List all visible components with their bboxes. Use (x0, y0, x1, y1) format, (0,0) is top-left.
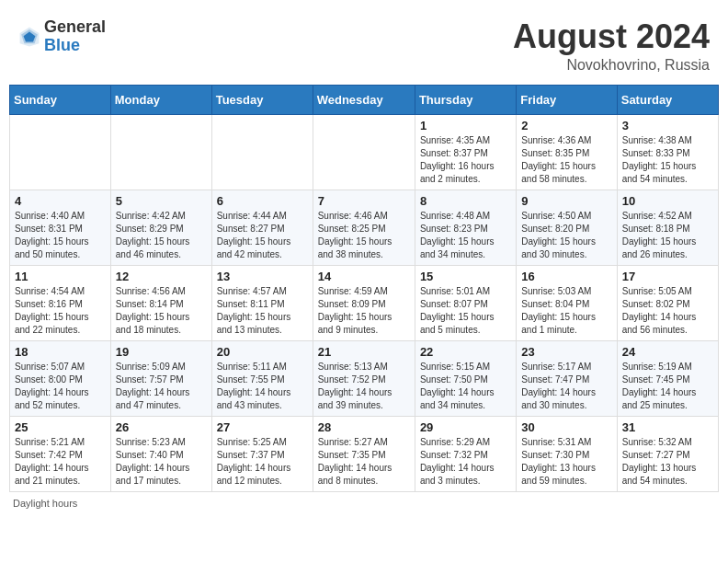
day-number: 24 (622, 345, 713, 359)
day-info: Sunrise: 4:56 AM Sunset: 8:14 PM Dayligh… (116, 285, 207, 337)
day-number: 18 (15, 345, 106, 359)
logo-general: General (44, 18, 106, 37)
day-info: Sunrise: 4:40 AM Sunset: 8:31 PM Dayligh… (15, 210, 106, 261)
day-number: 17 (622, 270, 713, 283)
calendar-week-row: 25Sunrise: 5:21 AM Sunset: 7:42 PM Dayli… (10, 416, 719, 491)
day-of-week-header: Saturday (617, 85, 718, 114)
calendar-day-cell: 21Sunrise: 5:13 AM Sunset: 7:52 PM Dayli… (313, 340, 415, 416)
day-number: 21 (318, 345, 410, 359)
calendar-day-cell: 2Sunrise: 4:36 AM Sunset: 8:35 PM Daylig… (517, 114, 617, 190)
day-number: 30 (521, 420, 611, 434)
day-number: 27 (217, 420, 308, 434)
day-number: 16 (521, 270, 611, 283)
calendar-day-cell: 18Sunrise: 5:07 AM Sunset: 8:00 PM Dayli… (10, 340, 111, 416)
day-of-week-header: Thursday (415, 85, 516, 114)
day-info: Sunrise: 5:01 AM Sunset: 8:07 PM Dayligh… (420, 285, 511, 337)
day-of-week-header: Monday (110, 85, 211, 114)
day-of-week-header: Sunday (10, 85, 111, 114)
day-info: Sunrise: 5:09 AM Sunset: 7:57 PM Dayligh… (116, 361, 207, 412)
calendar-day-cell (110, 114, 211, 190)
calendar-week-row: 4Sunrise: 4:40 AM Sunset: 8:31 PM Daylig… (10, 190, 719, 265)
calendar-day-cell (10, 114, 111, 190)
header: General Blue August 2024 Novokhovrino, R… (9, 9, 719, 81)
day-info: Sunrise: 5:15 AM Sunset: 7:50 PM Dayligh… (420, 361, 511, 412)
day-info: Sunrise: 5:25 AM Sunset: 7:37 PM Dayligh… (217, 436, 308, 488)
day-info: Sunrise: 5:05 AM Sunset: 8:02 PM Dayligh… (622, 285, 713, 337)
day-number: 8 (420, 194, 511, 208)
day-info: Sunrise: 4:57 AM Sunset: 8:11 PM Dayligh… (217, 285, 308, 337)
day-info: Sunrise: 4:36 AM Sunset: 8:35 PM Dayligh… (521, 134, 611, 186)
day-number: 12 (116, 270, 207, 283)
day-info: Sunrise: 5:29 AM Sunset: 7:32 PM Dayligh… (420, 436, 511, 488)
calendar-day-cell (211, 114, 313, 190)
calendar-day-cell: 8Sunrise: 4:48 AM Sunset: 8:23 PM Daylig… (415, 190, 516, 265)
day-number: 19 (116, 345, 207, 359)
calendar-header-row: SundayMondayTuesdayWednesdayThursdayFrid… (10, 85, 719, 114)
day-number: 9 (521, 194, 611, 208)
day-of-week-header: Wednesday (313, 85, 415, 114)
day-of-week-header: Tuesday (211, 85, 313, 114)
calendar-day-cell: 27Sunrise: 5:25 AM Sunset: 7:37 PM Dayli… (211, 416, 313, 491)
day-info: Sunrise: 5:11 AM Sunset: 7:55 PM Dayligh… (217, 361, 308, 412)
day-number: 26 (116, 420, 207, 434)
day-info: Sunrise: 4:42 AM Sunset: 8:29 PM Dayligh… (116, 210, 207, 261)
day-number: 20 (217, 345, 308, 359)
daylight-hours-label: Daylight hours (13, 498, 77, 509)
title-area: August 2024 Novokhovrino, Russia (513, 18, 710, 74)
day-info: Sunrise: 5:03 AM Sunset: 8:04 PM Dayligh… (521, 285, 611, 337)
day-number: 1 (420, 119, 511, 132)
calendar-day-cell: 15Sunrise: 5:01 AM Sunset: 8:07 PM Dayli… (415, 265, 516, 340)
day-info: Sunrise: 4:52 AM Sunset: 8:18 PM Dayligh… (622, 210, 713, 261)
day-number: 2 (521, 119, 611, 132)
day-number: 6 (217, 194, 308, 208)
day-info: Sunrise: 5:21 AM Sunset: 7:42 PM Dayligh… (15, 436, 106, 488)
day-info: Sunrise: 5:32 AM Sunset: 7:27 PM Dayligh… (622, 436, 713, 488)
day-info: Sunrise: 4:50 AM Sunset: 8:20 PM Dayligh… (521, 210, 611, 261)
calendar-week-row: 18Sunrise: 5:07 AM Sunset: 8:00 PM Dayli… (10, 340, 719, 416)
day-info: Sunrise: 4:35 AM Sunset: 8:37 PM Dayligh… (420, 134, 511, 186)
calendar-day-cell: 4Sunrise: 4:40 AM Sunset: 8:31 PM Daylig… (10, 190, 111, 265)
calendar-day-cell: 10Sunrise: 4:52 AM Sunset: 8:18 PM Dayli… (617, 190, 718, 265)
calendar-day-cell: 13Sunrise: 4:57 AM Sunset: 8:11 PM Dayli… (211, 265, 313, 340)
day-number: 14 (318, 270, 410, 283)
day-info: Sunrise: 4:44 AM Sunset: 8:27 PM Dayligh… (217, 210, 308, 261)
day-info: Sunrise: 4:59 AM Sunset: 8:09 PM Dayligh… (318, 285, 410, 337)
calendar-day-cell (313, 114, 415, 190)
calendar-day-cell: 31Sunrise: 5:32 AM Sunset: 7:27 PM Dayli… (617, 416, 718, 491)
day-info: Sunrise: 4:48 AM Sunset: 8:23 PM Dayligh… (420, 210, 511, 261)
calendar-day-cell: 23Sunrise: 5:17 AM Sunset: 7:47 PM Dayli… (517, 340, 617, 416)
day-number: 4 (15, 194, 106, 208)
logo: General Blue (18, 18, 106, 55)
calendar-day-cell: 17Sunrise: 5:05 AM Sunset: 8:02 PM Dayli… (617, 265, 718, 340)
calendar-day-cell: 14Sunrise: 4:59 AM Sunset: 8:09 PM Dayli… (313, 265, 415, 340)
day-number: 22 (420, 345, 511, 359)
day-number: 5 (116, 194, 207, 208)
calendar-day-cell: 1Sunrise: 4:35 AM Sunset: 8:37 PM Daylig… (415, 114, 516, 190)
day-number: 7 (318, 194, 410, 208)
calendar-day-cell: 19Sunrise: 5:09 AM Sunset: 7:57 PM Dayli… (110, 340, 211, 416)
calendar-day-cell: 30Sunrise: 5:31 AM Sunset: 7:30 PM Dayli… (517, 416, 617, 491)
calendar-day-cell: 6Sunrise: 4:44 AM Sunset: 8:27 PM Daylig… (211, 190, 313, 265)
day-info: Sunrise: 5:07 AM Sunset: 8:00 PM Dayligh… (15, 361, 106, 412)
day-of-week-header: Friday (517, 85, 617, 114)
calendar-day-cell: 22Sunrise: 5:15 AM Sunset: 7:50 PM Dayli… (415, 340, 516, 416)
calendar-day-cell: 9Sunrise: 4:50 AM Sunset: 8:20 PM Daylig… (517, 190, 617, 265)
day-info: Sunrise: 5:31 AM Sunset: 7:30 PM Dayligh… (521, 436, 611, 488)
calendar-week-row: 11Sunrise: 4:54 AM Sunset: 8:16 PM Dayli… (10, 265, 719, 340)
calendar-day-cell: 29Sunrise: 5:29 AM Sunset: 7:32 PM Dayli… (415, 416, 516, 491)
day-info: Sunrise: 5:23 AM Sunset: 7:40 PM Dayligh… (116, 436, 207, 488)
day-number: 13 (217, 270, 308, 283)
calendar-day-cell: 7Sunrise: 4:46 AM Sunset: 8:25 PM Daylig… (313, 190, 415, 265)
calendar-day-cell: 5Sunrise: 4:42 AM Sunset: 8:29 PM Daylig… (110, 190, 211, 265)
day-number: 3 (622, 119, 713, 132)
day-number: 23 (521, 345, 611, 359)
day-info: Sunrise: 5:19 AM Sunset: 7:45 PM Dayligh… (622, 361, 713, 412)
logo-blue: Blue (44, 37, 106, 55)
day-number: 29 (420, 420, 511, 434)
day-number: 11 (15, 270, 106, 283)
calendar-day-cell: 26Sunrise: 5:23 AM Sunset: 7:40 PM Dayli… (110, 416, 211, 491)
calendar-day-cell: 12Sunrise: 4:56 AM Sunset: 8:14 PM Dayli… (110, 265, 211, 340)
calendar-day-cell: 24Sunrise: 5:19 AM Sunset: 7:45 PM Dayli… (617, 340, 718, 416)
calendar-day-cell: 28Sunrise: 5:27 AM Sunset: 7:35 PM Dayli… (313, 416, 415, 491)
day-info: Sunrise: 5:27 AM Sunset: 7:35 PM Dayligh… (318, 436, 410, 488)
